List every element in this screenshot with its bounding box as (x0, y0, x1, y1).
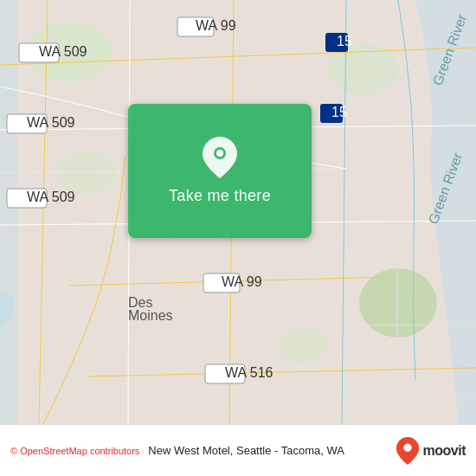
svg-rect-1 (0, 0, 17, 424)
attribution: © OpenStreetMap contributors (10, 446, 139, 456)
svg-text:WA 509: WA 509 (27, 115, 75, 130)
svg-point-6 (277, 329, 329, 363)
bottom-bar: © OpenStreetMap contributors New West Mo… (0, 424, 476, 476)
moovit-logo: moovit (396, 437, 466, 465)
svg-text:15: 15 (337, 34, 352, 48)
svg-text:WA 516: WA 516 (225, 365, 273, 380)
svg-point-4 (359, 268, 437, 338)
map-container: WA 509 WA 509 WA 509 WA 99 WA 99 15 15 W… (0, 0, 476, 424)
svg-point-43 (216, 150, 223, 157)
moovit-pin-icon (396, 437, 420, 465)
svg-text:WA 509: WA 509 (39, 44, 87, 59)
svg-point-5 (56, 151, 117, 195)
svg-text:WA 99: WA 99 (222, 274, 262, 289)
attribution-text: OpenStreetMap contributors (20, 446, 139, 456)
moovit-brand-text: moovit (423, 443, 466, 459)
svg-text:WA 99: WA 99 (196, 18, 236, 33)
location-pin-icon (199, 137, 241, 178)
location-name: New West Motel, Seattle - Tacoma, WA (148, 444, 395, 457)
attribution-symbol: © (10, 446, 17, 456)
svg-text:15: 15 (331, 105, 347, 119)
take-me-there-label: Take me there (169, 187, 271, 205)
svg-text:Moines: Moines (128, 308, 173, 323)
take-me-there-button[interactable]: Take me there (128, 104, 312, 238)
svg-text:WA 509: WA 509 (27, 190, 75, 204)
svg-point-44 (403, 443, 411, 451)
